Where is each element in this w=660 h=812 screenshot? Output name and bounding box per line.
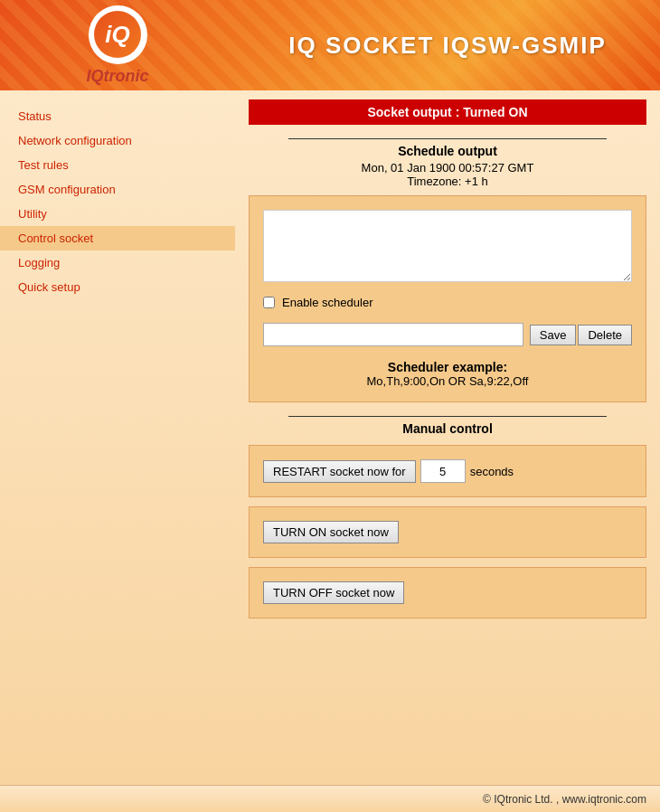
- turn-off-button[interactable]: TURN OFF socket now: [263, 581, 404, 604]
- sidebar-item-status[interactable]: Status: [0, 104, 235, 128]
- logo-inner: iQ: [94, 11, 141, 58]
- seconds-label: seconds: [470, 465, 514, 478]
- status-bar: Socket output : Turned ON: [249, 99, 646, 125]
- example-title: Scheduler example:: [263, 360, 632, 374]
- turn-on-box: TURN ON socket now: [249, 506, 646, 558]
- sidebar-item-logging[interactable]: Logging: [0, 250, 235, 275]
- schedule-date: Mon, 01 Jan 1900 00:57:27 GMT: [249, 161, 646, 175]
- schedule-title: Schedule output: [288, 138, 607, 158]
- manual-header: Manual control: [249, 416, 646, 436]
- turn-off-box: TURN OFF socket now: [249, 567, 646, 618]
- logo-text: IQtronic: [86, 67, 148, 86]
- delete-button[interactable]: Delete: [578, 325, 632, 345]
- manual-title: Manual control: [288, 416, 607, 436]
- app-title: IQ SOCKET IQSW-GSMIP: [288, 32, 607, 60]
- seconds-input[interactable]: [420, 459, 466, 483]
- restart-control-box: RESTART socket now for seconds: [249, 445, 646, 497]
- enable-scheduler-label: Enable scheduler: [282, 296, 372, 309]
- footer: © IQtronic Ltd. , www.iqtronic.com: [0, 785, 660, 812]
- enable-scheduler-row: Enable scheduler: [263, 296, 632, 309]
- sidebar-item-quick-setup[interactable]: Quick setup: [0, 275, 235, 299]
- main-layout: Status Network configuration Test rules …: [0, 90, 660, 785]
- save-button[interactable]: Save: [530, 325, 577, 345]
- sidebar: Status Network configuration Test rules …: [0, 90, 235, 785]
- sidebar-item-test-rules[interactable]: Test rules: [0, 153, 235, 177]
- schedule-timezone: Timezone: +1 h: [249, 175, 646, 188]
- logo-q-icon: iQ: [105, 23, 129, 46]
- example-text: Mo,Th,9:00,On OR Sa,9:22,Off: [263, 374, 632, 388]
- logo-area: iQ IQtronic: [0, 5, 235, 86]
- header: iQ IQtronic IQ SOCKET IQSW-GSMIP: [0, 0, 660, 90]
- restart-button[interactable]: RESTART socket now for: [263, 460, 416, 483]
- turn-on-button[interactable]: TURN ON socket now: [263, 521, 399, 543]
- logo-circle: iQ: [89, 5, 147, 64]
- scheduler-example: Scheduler example: Mo,Th,9:00,On OR Sa,9…: [263, 360, 632, 388]
- sidebar-item-gsm-configuration[interactable]: GSM configuration: [0, 177, 235, 202]
- header-title: IQ SOCKET IQSW-GSMIP: [235, 32, 660, 60]
- save-row: Save Delete: [263, 323, 632, 346]
- sidebar-item-control-socket[interactable]: Control socket: [0, 226, 235, 250]
- sidebar-item-network-configuration[interactable]: Network configuration: [0, 128, 235, 153]
- scheduler-name-input[interactable]: [263, 323, 523, 346]
- sidebar-item-utility[interactable]: Utility: [0, 202, 235, 226]
- footer-text: © IQtronic Ltd. , www.iqtronic.com: [483, 793, 646, 806]
- schedule-header: Schedule output Mon, 01 Jan 1900 00:57:2…: [249, 138, 646, 188]
- scheduler-box: Enable scheduler Save Delete Scheduler e…: [249, 195, 646, 402]
- content-area: Socket output : Turned ON Schedule outpu…: [235, 90, 660, 785]
- enable-scheduler-checkbox[interactable]: [263, 297, 275, 308]
- scheduler-textarea[interactable]: [263, 210, 632, 282]
